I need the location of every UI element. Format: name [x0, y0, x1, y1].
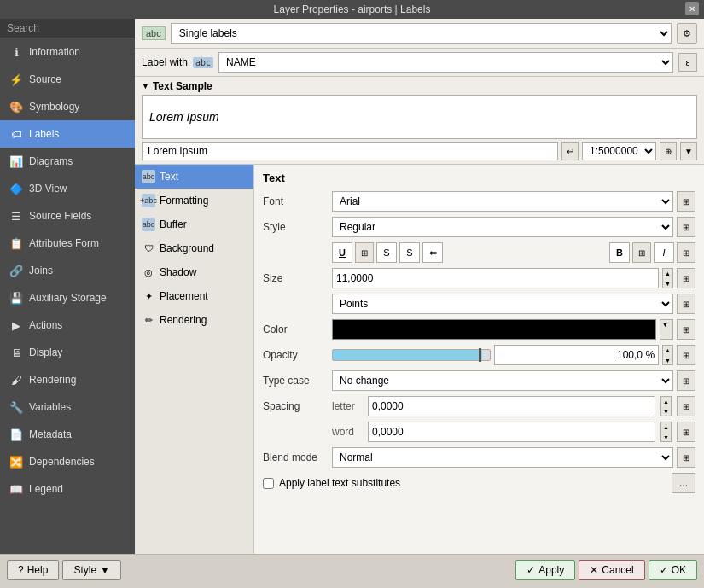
strikethrough-s-button[interactable]: S: [399, 242, 420, 263]
type-case-control: No change All uppercase All lowercase ⊞: [332, 370, 695, 391]
sub-nav-text[interactable]: abc Text: [135, 165, 253, 189]
ok-label: OK: [672, 564, 686, 576]
cancel-button[interactable]: ✕ Cancel: [579, 560, 644, 580]
type-case-select[interactable]: No change All uppercase All lowercase: [332, 370, 673, 391]
close-button[interactable]: ✕: [685, 2, 699, 15]
opacity-expr-button[interactable]: ⊞: [677, 345, 695, 365]
style-select[interactable]: Regular Bold Italic: [332, 217, 673, 237]
word-spacing-expr-button[interactable]: ⊞: [677, 422, 695, 442]
sidebar-item-actions[interactable]: ▶ Actions: [0, 311, 135, 339]
apply-substitutes-checkbox[interactable]: [263, 478, 274, 489]
ok-button[interactable]: ✓ OK: [649, 560, 697, 580]
sidebar-item-rendering[interactable]: 🖌 Rendering: [0, 366, 135, 393]
sidebar-item-metadata[interactable]: 📄 Metadata: [0, 421, 135, 448]
sidebar-search[interactable]: [0, 19, 135, 38]
scale-select[interactable]: 1:5000000 1:1000000: [582, 142, 656, 160]
sidebar-item-attributes-form[interactable]: 📋 Attributes Form: [0, 230, 135, 257]
sub-nav-rendering[interactable]: ✏ Rendering: [135, 308, 253, 332]
color-dropdown-btn[interactable]: ▼: [660, 319, 673, 340]
variables-icon: 🔧: [9, 399, 24, 415]
word-spacing-row: word ▲▼ ⊞: [263, 422, 695, 442]
source-fields-icon: ☰: [9, 208, 24, 224]
sidebar: ℹ Information ⚡ Source 🎨 Symbology 🏷 Lab…: [0, 19, 135, 554]
label-field-select[interactable]: NAME IATA_CODE COUNTRY: [218, 52, 673, 73]
size-spinner[interactable]: ▲▼: [662, 268, 673, 288]
sidebar-item-symbology[interactable]: 🎨 Symbology: [0, 93, 135, 120]
sidebar-item-labels[interactable]: 🏷 Labels: [0, 120, 135, 148]
indent-button[interactable]: ⇐: [422, 242, 443, 263]
underline-button[interactable]: U: [332, 242, 352, 263]
sub-nav-background[interactable]: 🛡 Background: [135, 236, 253, 260]
size-unit-select[interactable]: Points Pixels Millimeters: [332, 294, 673, 314]
size-unit-expr-button[interactable]: ⊞: [677, 294, 695, 314]
font-select[interactable]: Arial Times New Roman Helvetica: [332, 191, 673, 212]
sidebar-item-information[interactable]: ℹ Information: [0, 38, 135, 66]
apply-button[interactable]: ✓ Apply: [515, 560, 575, 580]
sub-nav-formatting[interactable]: +abc Formatting: [135, 189, 253, 212]
sub-nav-shadow[interactable]: ◎ Shadow: [135, 260, 253, 284]
sidebar-item-diagrams[interactable]: 📊 Diagrams: [0, 148, 135, 175]
word-spacing-input[interactable]: [368, 422, 655, 442]
opacity-value-input[interactable]: [494, 345, 660, 365]
strikethrough-button[interactable]: S: [376, 242, 397, 263]
reset-preview-button[interactable]: ↩: [561, 142, 579, 160]
sidebar-item-joins[interactable]: 🔗 Joins: [0, 257, 135, 284]
style-button[interactable]: Style ▼: [62, 560, 121, 580]
size-expr-button[interactable]: ⊞: [677, 268, 695, 288]
legend-icon: 📖: [9, 481, 24, 497]
sidebar-label-legend: Legend: [29, 483, 63, 495]
apply-substitutes-label[interactable]: Apply label text substitutes: [279, 477, 400, 489]
blend-mode-select[interactable]: Normal Multiply Screen: [332, 447, 673, 468]
opacity-thumb: [479, 348, 481, 362]
color-swatch[interactable]: [332, 319, 656, 340]
help-button[interactable]: ? Help: [7, 560, 59, 580]
type-case-expr-button[interactable]: ⊞: [677, 370, 695, 391]
sync-scale-button[interactable]: ⊕: [660, 142, 677, 160]
letter-spacing-expr-button[interactable]: ⊞: [677, 396, 695, 416]
text-sample-header[interactable]: ▼ Text Sample: [142, 80, 697, 92]
italic-format-button[interactable]: I: [654, 242, 674, 263]
blend-mode-row: Blend mode Normal Multiply Screen ⊞: [263, 447, 695, 468]
sub-nav-label-text: Text: [160, 171, 178, 183]
expression-button[interactable]: ε: [678, 53, 697, 72]
label-mode-options-button[interactable]: ⚙: [677, 23, 697, 44]
bold-expr-button[interactable]: ⊞: [632, 242, 651, 263]
label-mode-select[interactable]: Single labels No labels Rule-based label…: [171, 23, 672, 44]
word-spacing-spinner[interactable]: ▲▼: [660, 422, 672, 442]
sub-nav-buffer[interactable]: abc Buffer: [135, 212, 253, 236]
size-label: Size: [263, 272, 327, 284]
sub-nav-placement[interactable]: ✦ Placement: [135, 284, 253, 308]
sidebar-label-diagrams: Diagrams: [29, 155, 73, 167]
size-input[interactable]: [332, 268, 659, 288]
underline-expr-button[interactable]: ⊞: [355, 242, 374, 263]
sidebar-label-attributes-form: Attributes Form: [29, 237, 99, 249]
opacity-row: Opacity ▲▼ ⊞: [263, 345, 695, 365]
font-expr-button[interactable]: ⊞: [677, 191, 695, 212]
sidebar-label-symbology: Symbology: [29, 101, 79, 113]
letter-spacing-spinner[interactable]: ▲▼: [660, 396, 672, 416]
blend-mode-expr-button[interactable]: ⊞: [677, 447, 695, 468]
color-row: Color ▼ ⊞: [263, 319, 695, 340]
color-expr-button[interactable]: ⊞: [677, 319, 695, 340]
content-area: abc Single labels No labels Rule-based l…: [135, 19, 704, 554]
sidebar-item-3dview[interactable]: 🔷 3D View: [0, 175, 135, 202]
attributes-form-icon: 📋: [9, 236, 24, 251]
sidebar-item-display[interactable]: 🖥 Display: [0, 339, 135, 366]
opacity-spinner[interactable]: ▲▼: [662, 345, 673, 365]
style2-expr-button[interactable]: ⊞: [677, 242, 695, 263]
sidebar-item-legend[interactable]: 📖 Legend: [0, 475, 135, 503]
sub-nav-label-formatting: Formatting: [160, 195, 208, 207]
sidebar-item-variables[interactable]: 🔧 Variables: [0, 393, 135, 421]
opacity-track[interactable]: [332, 349, 491, 361]
sidebar-item-dependencies[interactable]: 🔀 Dependencies: [0, 448, 135, 475]
scroll-down-button[interactable]: ▼: [680, 142, 697, 160]
letter-spacing-input[interactable]: [368, 396, 655, 416]
bold-format-button[interactable]: B: [609, 242, 630, 263]
sidebar-label-metadata: Metadata: [29, 428, 72, 440]
substitutes-options-button[interactable]: ...: [672, 473, 695, 493]
sidebar-item-auxiliary-storage[interactable]: 💾 Auxiliary Storage: [0, 284, 135, 311]
style-expr-button[interactable]: ⊞: [677, 217, 695, 237]
sidebar-item-source[interactable]: ⚡ Source: [0, 66, 135, 93]
sidebar-item-source-fields[interactable]: ☰ Source Fields: [0, 202, 135, 230]
preview-text-input[interactable]: [142, 142, 558, 160]
